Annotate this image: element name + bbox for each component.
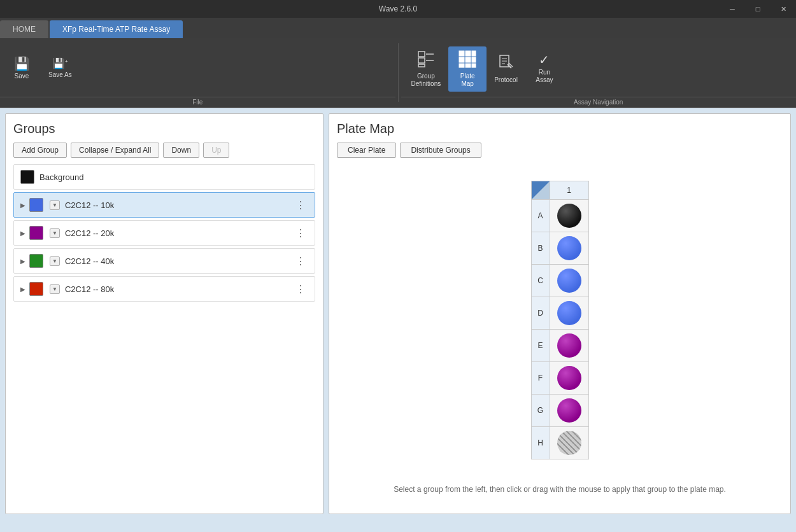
- plate-grid: 1 A B C D: [531, 181, 589, 459]
- svg-rect-2: [418, 64, 425, 67]
- expand-icon-10k[interactable]: ▶: [20, 202, 25, 209]
- cell-circle-d1: [557, 301, 581, 325]
- add-group-button[interactable]: Add Group: [13, 143, 67, 158]
- group-item-c2c12-10k[interactable]: ▶ ▼ C2C12 -- 10k ⋮: [13, 192, 315, 218]
- left-panel: Groups Add Group Collapse / Expand All D…: [5, 113, 323, 514]
- group-name-10k: C2C12 -- 10k: [65, 200, 293, 210]
- title-bar-controls: ─ □ ✕: [720, 0, 796, 18]
- cell-circle-c1: [557, 269, 581, 293]
- assay-nav-label: Assay Navigation: [401, 97, 797, 107]
- group-name-80k: C2C12 -- 80k: [65, 284, 293, 294]
- main-content: Groups Add Group Collapse / Expand All D…: [0, 108, 796, 519]
- protocol-button[interactable]: Protocol: [487, 50, 525, 88]
- expand-icon-40k[interactable]: ▶: [20, 258, 25, 265]
- group-menu-40k[interactable]: ⋮: [293, 255, 308, 267]
- cell-g1[interactable]: [550, 395, 588, 426]
- cell-h1[interactable]: [550, 427, 588, 459]
- group-definitions-button[interactable]: Group Definitions: [404, 46, 449, 92]
- plate-container: 1 A B C D: [337, 168, 783, 472]
- plate-corner: [532, 181, 550, 199]
- save-as-icon: 💾+: [52, 59, 68, 69]
- col-header-1: 1: [550, 181, 588, 199]
- down-button[interactable]: Down: [163, 143, 199, 158]
- save-icon: 💾: [14, 57, 30, 70]
- group-name-20k: C2C12 -- 20k: [65, 228, 293, 238]
- cell-e1[interactable]: [550, 330, 588, 361]
- group-item-c2c12-80k[interactable]: ▶ ▼ C2C12 -- 80k ⋮: [13, 276, 315, 302]
- color-dropdown-20k: ▼: [29, 226, 60, 240]
- distribute-groups-button[interactable]: Distribute Groups: [400, 143, 481, 158]
- right-panel: Plate Map Clear Plate Distribute Groups …: [329, 113, 791, 514]
- color-dropdown-10k: ▼: [29, 198, 60, 212]
- expand-icon-20k[interactable]: ▶: [20, 230, 25, 237]
- tab-home[interactable]: HOME: [0, 20, 48, 38]
- color-dropdown-40k: ▼: [29, 254, 60, 268]
- cell-b1[interactable]: [550, 232, 588, 264]
- protocol-icon: [497, 54, 515, 74]
- save-as-button[interactable]: 💾+ Save As: [41, 55, 80, 83]
- cell-circle-e1: [557, 333, 581, 358]
- clear-plate-button[interactable]: Clear Plate: [337, 143, 396, 158]
- title-bar: Wave 2.6.0 ─ □ ✕: [0, 0, 796, 18]
- save-button[interactable]: 💾 Save: [3, 53, 41, 84]
- color-dropdown-arrow-40k[interactable]: ▼: [50, 256, 60, 266]
- cell-a1[interactable]: [550, 200, 588, 232]
- plate-map-toolbar: Clear Plate Distribute Groups: [337, 143, 783, 158]
- up-button[interactable]: Up: [203, 143, 229, 158]
- ribbon-divider-1: [398, 43, 399, 102]
- collapse-expand-button[interactable]: Collapse / Expand All: [71, 143, 159, 158]
- background-color-swatch: [20, 170, 34, 184]
- svg-rect-13: [472, 64, 476, 67]
- run-assay-button[interactable]: ✓ Run Assay: [525, 50, 564, 88]
- row-header-d: D: [532, 297, 550, 329]
- corner-triangle: [532, 181, 550, 199]
- row-header-c: C: [532, 265, 550, 297]
- svg-rect-11: [459, 64, 464, 67]
- maximize-button[interactable]: □: [745, 0, 771, 18]
- svg-rect-10: [472, 57, 476, 62]
- group-item-c2c12-20k[interactable]: ▶ ▼ C2C12 -- 20k ⋮: [13, 220, 315, 246]
- group-menu-20k[interactable]: ⋮: [293, 227, 308, 239]
- color-dropdown-arrow-80k[interactable]: ▼: [50, 284, 60, 294]
- ribbon: 💾 Save 💾+ Save As File: [0, 38, 796, 108]
- file-section-label: File: [0, 97, 395, 107]
- groups-toolbar: Add Group Collapse / Expand All Down Up: [13, 143, 315, 158]
- svg-rect-6: [466, 51, 471, 56]
- background-label: Background: [39, 172, 308, 182]
- svg-rect-8: [459, 57, 464, 62]
- cell-d1[interactable]: [550, 297, 588, 329]
- color-dropdown-arrow-20k[interactable]: ▼: [50, 228, 60, 238]
- row-header-g: G: [532, 395, 550, 426]
- tab-xfp[interactable]: XFp Real-Time ATP Rate Assay: [50, 20, 183, 38]
- row-header-b: B: [532, 232, 550, 264]
- group-menu-80k[interactable]: ⋮: [293, 283, 308, 295]
- color-swatch-40k: [29, 254, 43, 268]
- row-header-h: H: [532, 427, 550, 459]
- instruction-text: Select a group from the left, then click…: [337, 485, 783, 494]
- cell-circle-f1: [557, 366, 581, 390]
- plate-map-icon: [458, 50, 476, 70]
- groups-panel-title: Groups: [13, 122, 315, 136]
- group-name-40k: C2C12 -- 40k: [65, 256, 293, 266]
- color-swatch-20k: [29, 226, 43, 240]
- group-item-c2c12-40k[interactable]: ▶ ▼ C2C12 -- 40k ⋮: [13, 248, 315, 274]
- color-swatch-80k: [29, 282, 43, 296]
- color-dropdown-arrow-10k[interactable]: ▼: [50, 200, 60, 210]
- group-menu-10k[interactable]: ⋮: [293, 199, 308, 211]
- plate-map-button[interactable]: Plate Map: [448, 46, 487, 92]
- row-header-e: E: [532, 330, 550, 361]
- cell-c1[interactable]: [550, 265, 588, 297]
- row-header-a: A: [532, 200, 550, 232]
- row-header-f: F: [532, 362, 550, 394]
- svg-rect-12: [466, 64, 471, 67]
- background-group-item: Background: [13, 164, 315, 190]
- cell-f1[interactable]: [550, 362, 588, 394]
- tab-bar: HOME XFp Real-Time ATP Rate Assay: [0, 18, 796, 38]
- app-title: Wave 2.6.0: [379, 4, 417, 13]
- cell-circle-b1: [557, 236, 581, 260]
- close-button[interactable]: ✕: [771, 0, 796, 18]
- minimize-button[interactable]: ─: [720, 0, 745, 18]
- svg-rect-7: [472, 51, 476, 56]
- svg-rect-9: [466, 57, 471, 62]
- expand-icon-80k[interactable]: ▶: [20, 286, 25, 293]
